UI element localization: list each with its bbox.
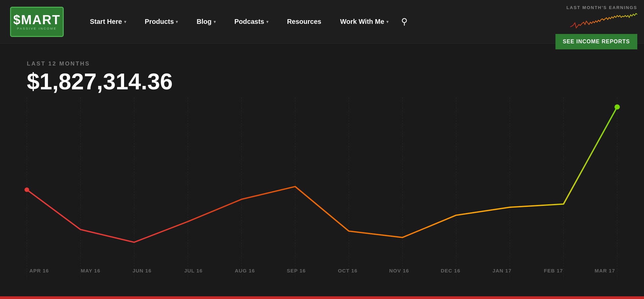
- x-label-oct16: OCT 16: [322, 268, 373, 273]
- mini-earnings-chart: [570, 13, 637, 31]
- nav-links: Start Here ▾ Products ▾ Blog ▾ Podcasts …: [80, 16, 634, 27]
- site-logo[interactable]: $MART PASSIVE INCOME: [10, 7, 64, 37]
- chart-header: LAST 12 MONTHS $1,827,314.36: [0, 54, 644, 96]
- x-axis-labels: APR 16 MAY 16 JUN 16 JUL 16 AUG 16 SEP 1…: [0, 262, 644, 279]
- nav-item-podcasts[interactable]: Podcasts ▾: [225, 18, 278, 26]
- x-label-sep16: SEP 16: [271, 268, 322, 273]
- navbar: $MART PASSIVE INCOME Start Here ▾ Produc…: [0, 0, 644, 44]
- see-income-reports-button[interactable]: SEE INCOME REPORTS: [555, 34, 637, 49]
- x-label-jun16: JUN 16: [116, 268, 168, 273]
- earnings-widget-label: LAST MONTH'S EARNINGS: [567, 5, 637, 10]
- nav-item-work-with-me[interactable]: Work With Me ▾: [331, 18, 398, 26]
- x-label-nov16: NOV 16: [373, 268, 425, 273]
- chevron-down-icon: ▾: [386, 19, 388, 24]
- nav-item-blog[interactable]: Blog ▾: [187, 18, 225, 26]
- nav-item-products[interactable]: Products ▾: [136, 18, 187, 26]
- chevron-down-icon: ▾: [176, 19, 178, 24]
- x-label-jul16: JUL 16: [168, 268, 219, 273]
- x-label-mar17: MAR 17: [579, 268, 631, 273]
- x-label-feb17: FEB 17: [528, 268, 579, 273]
- x-label-may16: MAY 16: [65, 268, 116, 273]
- main-line-chart: [0, 97, 644, 279]
- svg-point-13: [614, 104, 620, 110]
- logo-sub-text: PASSIVE INCOME: [17, 27, 57, 30]
- chevron-down-icon: ▾: [124, 19, 126, 24]
- x-label-apr16: APR 16: [13, 268, 65, 273]
- earnings-total: $1,827,314.36: [27, 70, 617, 93]
- chevron-down-icon: ▾: [266, 19, 268, 24]
- nav-item-start-here[interactable]: Start Here ▾: [80, 18, 136, 26]
- svg-point-12: [24, 187, 29, 192]
- nav-item-resources[interactable]: Resources: [278, 18, 331, 26]
- chevron-down-icon: ▾: [214, 19, 216, 24]
- chart-area: LAST 12 MONTHS $1,827,314.36: [0, 44, 644, 299]
- logo-main-text: $MART: [13, 13, 61, 26]
- search-icon[interactable]: ⚲: [401, 16, 408, 27]
- x-label-jan17: JAN 17: [476, 268, 528, 273]
- x-label-aug16: AUG 16: [219, 268, 270, 273]
- red-bottom-bar: [0, 296, 644, 299]
- period-label: LAST 12 MONTHS: [27, 60, 617, 67]
- earnings-widget: LAST MONTH'S EARNINGS SEE INCOME REPORTS: [555, 5, 637, 49]
- x-label-dec16: DEC 16: [425, 268, 476, 273]
